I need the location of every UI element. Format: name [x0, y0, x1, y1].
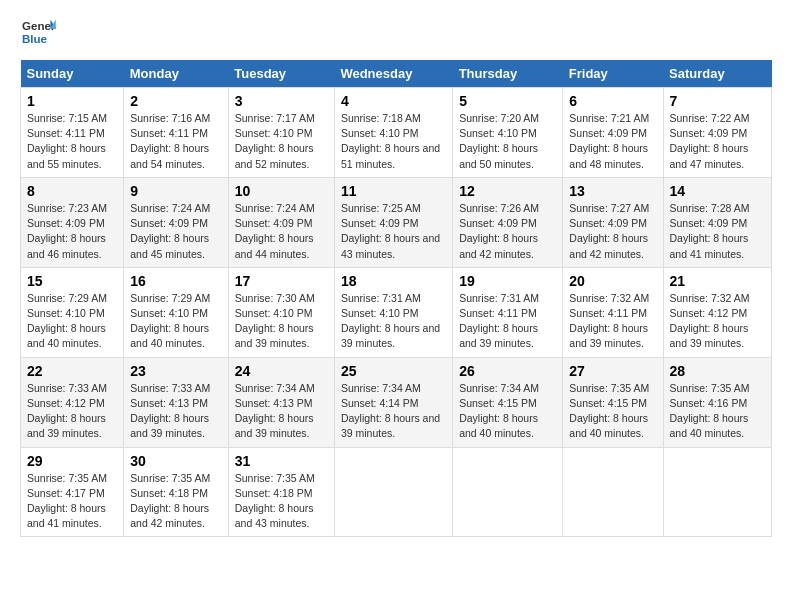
day-cell-24: 24Sunrise: 7:34 AMSunset: 4:13 PMDayligh…: [228, 357, 334, 447]
day-cell-27: 27Sunrise: 7:35 AMSunset: 4:15 PMDayligh…: [563, 357, 663, 447]
day-cell-22: 22Sunrise: 7:33 AMSunset: 4:12 PMDayligh…: [21, 357, 124, 447]
day-info: Sunrise: 7:32 AMSunset: 4:11 PMDaylight:…: [569, 292, 649, 350]
day-number: 5: [459, 93, 556, 109]
day-cell-2: 2Sunrise: 7:16 AMSunset: 4:11 PMDaylight…: [124, 88, 229, 178]
day-cell-28: 28Sunrise: 7:35 AMSunset: 4:16 PMDayligh…: [663, 357, 772, 447]
day-info: Sunrise: 7:23 AMSunset: 4:09 PMDaylight:…: [27, 202, 107, 260]
day-cell-17: 17Sunrise: 7:30 AMSunset: 4:10 PMDayligh…: [228, 267, 334, 357]
day-number: 17: [235, 273, 328, 289]
day-number: 6: [569, 93, 656, 109]
day-cell-3: 3Sunrise: 7:17 AMSunset: 4:10 PMDaylight…: [228, 88, 334, 178]
day-info: Sunrise: 7:22 AMSunset: 4:09 PMDaylight:…: [670, 112, 750, 170]
day-cell-30: 30Sunrise: 7:35 AMSunset: 4:18 PMDayligh…: [124, 447, 229, 537]
day-number: 30: [130, 453, 222, 469]
day-cell-4: 4Sunrise: 7:18 AMSunset: 4:10 PMDaylight…: [334, 88, 452, 178]
day-cell-7: 7Sunrise: 7:22 AMSunset: 4:09 PMDaylight…: [663, 88, 772, 178]
col-header-saturday: Saturday: [663, 60, 772, 88]
day-number: 7: [670, 93, 766, 109]
day-number: 8: [27, 183, 117, 199]
day-cell-25: 25Sunrise: 7:34 AMSunset: 4:14 PMDayligh…: [334, 357, 452, 447]
day-info: Sunrise: 7:25 AMSunset: 4:09 PMDaylight:…: [341, 202, 440, 260]
day-cell-11: 11Sunrise: 7:25 AMSunset: 4:09 PMDayligh…: [334, 177, 452, 267]
day-number: 9: [130, 183, 222, 199]
day-info: Sunrise: 7:33 AMSunset: 4:12 PMDaylight:…: [27, 382, 107, 440]
day-info: Sunrise: 7:35 AMSunset: 4:15 PMDaylight:…: [569, 382, 649, 440]
day-info: Sunrise: 7:35 AMSunset: 4:18 PMDaylight:…: [235, 472, 315, 530]
day-number: 11: [341, 183, 446, 199]
day-info: Sunrise: 7:29 AMSunset: 4:10 PMDaylight:…: [27, 292, 107, 350]
day-info: Sunrise: 7:17 AMSunset: 4:10 PMDaylight:…: [235, 112, 315, 170]
day-info: Sunrise: 7:20 AMSunset: 4:10 PMDaylight:…: [459, 112, 539, 170]
day-cell-23: 23Sunrise: 7:33 AMSunset: 4:13 PMDayligh…: [124, 357, 229, 447]
day-number: 22: [27, 363, 117, 379]
day-info: Sunrise: 7:34 AMSunset: 4:15 PMDaylight:…: [459, 382, 539, 440]
day-cell-18: 18Sunrise: 7:31 AMSunset: 4:10 PMDayligh…: [334, 267, 452, 357]
day-cell-21: 21Sunrise: 7:32 AMSunset: 4:12 PMDayligh…: [663, 267, 772, 357]
day-cell-6: 6Sunrise: 7:21 AMSunset: 4:09 PMDaylight…: [563, 88, 663, 178]
day-number: 16: [130, 273, 222, 289]
day-cell-5: 5Sunrise: 7:20 AMSunset: 4:10 PMDaylight…: [453, 88, 563, 178]
logo: General Blue: [20, 16, 56, 48]
day-cell-8: 8Sunrise: 7:23 AMSunset: 4:09 PMDaylight…: [21, 177, 124, 267]
day-cell-19: 19Sunrise: 7:31 AMSunset: 4:11 PMDayligh…: [453, 267, 563, 357]
day-info: Sunrise: 7:35 AMSunset: 4:18 PMDaylight:…: [130, 472, 210, 530]
day-info: Sunrise: 7:32 AMSunset: 4:12 PMDaylight:…: [670, 292, 750, 350]
empty-cell: [453, 447, 563, 537]
day-cell-31: 31Sunrise: 7:35 AMSunset: 4:18 PMDayligh…: [228, 447, 334, 537]
day-cell-29: 29Sunrise: 7:35 AMSunset: 4:17 PMDayligh…: [21, 447, 124, 537]
day-number: 10: [235, 183, 328, 199]
col-header-sunday: Sunday: [21, 60, 124, 88]
day-number: 25: [341, 363, 446, 379]
day-info: Sunrise: 7:31 AMSunset: 4:10 PMDaylight:…: [341, 292, 440, 350]
day-info: Sunrise: 7:24 AMSunset: 4:09 PMDaylight:…: [130, 202, 210, 260]
day-cell-13: 13Sunrise: 7:27 AMSunset: 4:09 PMDayligh…: [563, 177, 663, 267]
day-number: 3: [235, 93, 328, 109]
day-cell-20: 20Sunrise: 7:32 AMSunset: 4:11 PMDayligh…: [563, 267, 663, 357]
day-number: 1: [27, 93, 117, 109]
day-info: Sunrise: 7:33 AMSunset: 4:13 PMDaylight:…: [130, 382, 210, 440]
day-info: Sunrise: 7:18 AMSunset: 4:10 PMDaylight:…: [341, 112, 440, 170]
day-info: Sunrise: 7:26 AMSunset: 4:09 PMDaylight:…: [459, 202, 539, 260]
day-number: 14: [670, 183, 766, 199]
day-number: 15: [27, 273, 117, 289]
svg-text:Blue: Blue: [22, 33, 48, 45]
day-cell-9: 9Sunrise: 7:24 AMSunset: 4:09 PMDaylight…: [124, 177, 229, 267]
day-number: 13: [569, 183, 656, 199]
empty-cell: [663, 447, 772, 537]
day-cell-12: 12Sunrise: 7:26 AMSunset: 4:09 PMDayligh…: [453, 177, 563, 267]
day-cell-16: 16Sunrise: 7:29 AMSunset: 4:10 PMDayligh…: [124, 267, 229, 357]
week-row-4: 22Sunrise: 7:33 AMSunset: 4:12 PMDayligh…: [21, 357, 772, 447]
day-number: 28: [670, 363, 766, 379]
day-info: Sunrise: 7:21 AMSunset: 4:09 PMDaylight:…: [569, 112, 649, 170]
day-info: Sunrise: 7:34 AMSunset: 4:14 PMDaylight:…: [341, 382, 440, 440]
day-number: 18: [341, 273, 446, 289]
day-number: 12: [459, 183, 556, 199]
week-row-5: 29Sunrise: 7:35 AMSunset: 4:17 PMDayligh…: [21, 447, 772, 537]
day-info: Sunrise: 7:29 AMSunset: 4:10 PMDaylight:…: [130, 292, 210, 350]
day-info: Sunrise: 7:30 AMSunset: 4:10 PMDaylight:…: [235, 292, 315, 350]
day-number: 31: [235, 453, 328, 469]
day-cell-26: 26Sunrise: 7:34 AMSunset: 4:15 PMDayligh…: [453, 357, 563, 447]
col-header-monday: Monday: [124, 60, 229, 88]
day-info: Sunrise: 7:15 AMSunset: 4:11 PMDaylight:…: [27, 112, 107, 170]
day-number: 23: [130, 363, 222, 379]
day-number: 27: [569, 363, 656, 379]
day-cell-15: 15Sunrise: 7:29 AMSunset: 4:10 PMDayligh…: [21, 267, 124, 357]
page-header: General Blue: [20, 16, 772, 48]
logo-icon: General Blue: [20, 16, 56, 48]
col-header-thursday: Thursday: [453, 60, 563, 88]
calendar-table: SundayMondayTuesdayWednesdayThursdayFrid…: [20, 60, 772, 537]
day-number: 26: [459, 363, 556, 379]
day-number: 19: [459, 273, 556, 289]
week-row-1: 1Sunrise: 7:15 AMSunset: 4:11 PMDaylight…: [21, 88, 772, 178]
col-header-wednesday: Wednesday: [334, 60, 452, 88]
week-row-2: 8Sunrise: 7:23 AMSunset: 4:09 PMDaylight…: [21, 177, 772, 267]
day-cell-14: 14Sunrise: 7:28 AMSunset: 4:09 PMDayligh…: [663, 177, 772, 267]
day-info: Sunrise: 7:16 AMSunset: 4:11 PMDaylight:…: [130, 112, 210, 170]
day-cell-10: 10Sunrise: 7:24 AMSunset: 4:09 PMDayligh…: [228, 177, 334, 267]
day-info: Sunrise: 7:28 AMSunset: 4:09 PMDaylight:…: [670, 202, 750, 260]
day-info: Sunrise: 7:31 AMSunset: 4:11 PMDaylight:…: [459, 292, 539, 350]
day-number: 2: [130, 93, 222, 109]
day-number: 4: [341, 93, 446, 109]
day-number: 24: [235, 363, 328, 379]
